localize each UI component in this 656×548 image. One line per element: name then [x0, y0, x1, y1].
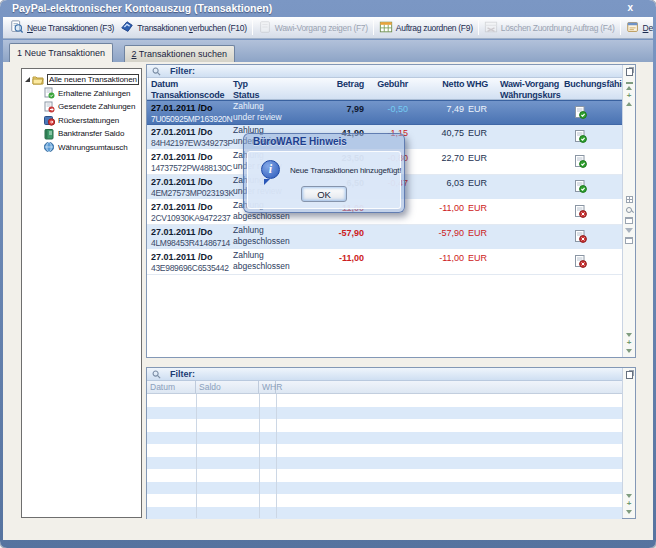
grid-view-icon[interactable] [626, 196, 633, 203]
toolbar-separator [252, 20, 253, 35]
table-header: DatumTransaktionscode TypStatus Betrag G… [147, 78, 622, 100]
close-button[interactable]: x [627, 2, 633, 13]
empty-row[interactable] [147, 432, 622, 445]
empty-row[interactable] [147, 444, 622, 457]
scroll-bottom-icon[interactable] [626, 349, 632, 353]
table-row[interactable]: 27.01.2011 /Do43E989696C6535442 Zahlunga… [147, 250, 622, 275]
assign-order-button[interactable]: Auftrag zuordnen (F9) [376, 18, 476, 37]
tree-item-label: Banktransfer Saldo [58, 129, 124, 138]
tab-new-transactions[interactable]: 1 Neue Transaktionen [9, 43, 113, 62]
scroll-top-icon[interactable] [626, 82, 633, 84]
document-search-icon [10, 20, 24, 36]
empty-row[interactable] [147, 457, 622, 470]
tree-item-all-transactions[interactable]: Alle neuen Transaktionen [22, 73, 141, 87]
layout-icon[interactable] [625, 237, 633, 244]
empty-row[interactable] [147, 419, 622, 432]
folder-icon [32, 74, 44, 86]
column-netto-whg[interactable]: Netto WHG [408, 78, 488, 89]
add-icon[interactable]: + [627, 339, 632, 347]
toolbar-separator [478, 20, 479, 35]
column-status[interactable]: Status [233, 89, 309, 100]
page-up-icon[interactable] [626, 102, 632, 106]
filter-icon[interactable] [625, 228, 633, 233]
tree-item-label: Währungsumtausch [58, 143, 128, 152]
table-row[interactable]: 27.01.2011 /Do7U050925MP163920N Zahlungu… [147, 100, 622, 125]
empty-row[interactable] [147, 482, 622, 495]
column-divider [196, 394, 197, 518]
refund-icon [43, 114, 55, 126]
scroll-down-icon[interactable] [626, 333, 632, 337]
balance-panel: Filter: Datum Saldo WHR [146, 367, 636, 519]
toolbar-separator [620, 20, 621, 35]
book-arrow-icon [120, 20, 134, 36]
book-transactions-button[interactable]: Transaktionen verbuchen (F10) [117, 18, 250, 37]
table-grid-icon [379, 20, 393, 36]
bookable-no-icon [574, 230, 587, 243]
delete-assignment-button: Löschen Zuordnung Auftrag (F4) [481, 18, 618, 37]
column-datum[interactable]: Datum [147, 381, 196, 393]
dialog-title: BüroWARE Hinweis [244, 134, 404, 150]
empty-row[interactable] [147, 507, 622, 520]
copy-icon[interactable] [626, 68, 633, 76]
tree-item-currency-exchange[interactable]: Währungsumtausch [22, 141, 141, 155]
tab-strip: 1 Neue Transaktionen 2 Transaktionen suc… [3, 40, 653, 62]
tree-item-refunds[interactable]: Rückerstattungen [22, 114, 141, 128]
tree-item-bank-transfer[interactable]: Banktransfer Saldo [22, 127, 141, 141]
add-icon[interactable]: + [627, 500, 632, 508]
tree-item-sent-payments[interactable]: Gesendete Zahlungen [22, 100, 141, 114]
side-scroll-strip: + + [622, 65, 635, 357]
column-transaktionscode[interactable]: Transaktionscode [151, 89, 233, 100]
bookable-yes-icon [574, 130, 587, 143]
column-divider [259, 394, 260, 518]
column-spacer [276, 381, 622, 393]
dialog-body: i Neue Transaktionen hinzugefügt! OK [247, 151, 401, 209]
received-payment-icon [43, 87, 55, 99]
window-icon[interactable] [625, 217, 633, 224]
empty-row[interactable] [147, 394, 622, 407]
column-buchungsfaehig[interactable]: Buchungsfähig [564, 78, 627, 89]
tree-item-label: Erhaltene Zahlungen [58, 89, 130, 98]
column-gebuehr[interactable]: Gebühr [364, 78, 408, 89]
search-icon[interactable] [626, 207, 632, 213]
new-transactions-button[interactable]: Neue Transaktionen (F3) [7, 18, 117, 37]
column-typ[interactable]: Typ [233, 78, 309, 89]
info-icon: i [261, 160, 280, 179]
scroll-up-icon[interactable] [626, 86, 632, 90]
bookable-no-icon [574, 255, 587, 268]
tree-item-label: Alle neuen Transaktionen [47, 74, 139, 85]
sent-payment-icon [43, 101, 55, 113]
filter-label: Filter: [170, 66, 195, 76]
filter-bar[interactable]: Filter: [147, 368, 622, 381]
document-icon [258, 20, 272, 36]
filter-label: Filter: [170, 369, 195, 379]
scroll-down-icon[interactable] [626, 494, 632, 498]
globe-icon [43, 141, 55, 153]
scroll-bottom-icon[interactable] [626, 510, 632, 514]
balance-table-body [147, 394, 622, 518]
tab-search-transactions[interactable]: 2 Transaktionen suchen [124, 45, 236, 62]
empty-row[interactable] [147, 469, 622, 482]
empty-row[interactable] [147, 494, 622, 507]
search-icon [152, 67, 161, 76]
details-form-icon [626, 20, 640, 36]
column-datum[interactable]: Datum [151, 78, 233, 89]
column-wawi-vorgang[interactable]: Wawi-Vorgang [500, 78, 560, 89]
expander-icon[interactable] [25, 77, 30, 82]
copy-icon[interactable] [626, 371, 633, 379]
ok-button[interactable]: OK [301, 186, 347, 202]
empty-row[interactable] [147, 407, 622, 420]
notice-dialog: BüroWARE Hinweis i Neue Transaktionen hi… [243, 133, 405, 213]
column-waehrungskurs[interactable]: Währungskurs [500, 89, 560, 100]
tree-item-received-payments[interactable]: Erhaltene Zahlungen [22, 87, 141, 101]
table-row[interactable]: 27.01.2011 /Do4LM98453R41486714 Zahlunga… [147, 225, 622, 250]
tree-item-label: Rückerstattungen [58, 116, 119, 125]
bookable-yes-icon [574, 180, 587, 193]
column-saldo[interactable]: Saldo [196, 381, 259, 393]
column-whr[interactable]: WHR [259, 381, 276, 393]
filter-bar[interactable]: Filter: [147, 65, 622, 78]
toolbar-separator [373, 20, 374, 35]
details-button[interactable]: Details [623, 18, 653, 37]
column-betrag[interactable]: Betrag [309, 78, 364, 89]
add-icon[interactable]: + [627, 92, 632, 100]
window-title: PayPal-elektronischer Kontoauszug (Trans… [12, 2, 272, 14]
